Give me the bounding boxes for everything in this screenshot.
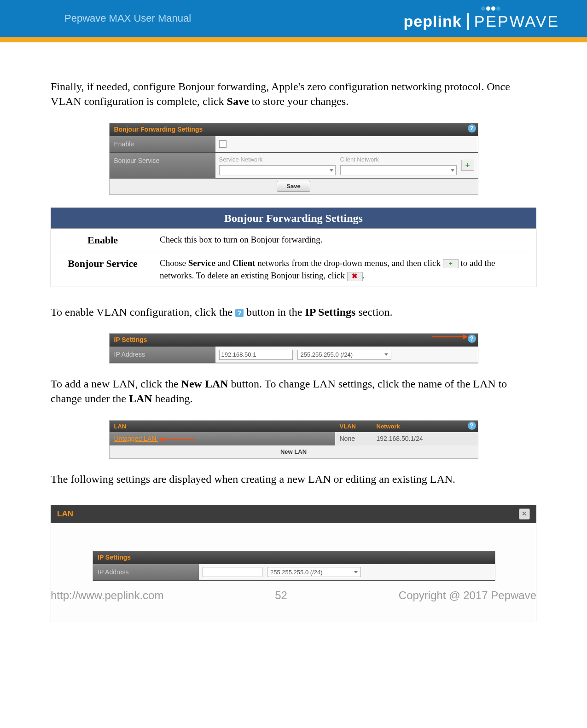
lan-col-header: LAN xyxy=(110,421,335,433)
subnet-mask-select[interactable]: 255.255.255.0 (/24) xyxy=(297,350,391,360)
ip-settings-panel: IP Settings ? IP Address 255.255.255.0 (… xyxy=(109,333,478,364)
lan-edit-ip-input[interactable] xyxy=(203,567,262,577)
lan-name-link[interactable]: Untagged LAN xyxy=(114,435,157,442)
desc-service-desc: Choose Service and Client networks from … xyxy=(154,252,536,287)
orange-bar xyxy=(0,37,587,42)
lan-edit-section: LAN ✕ IP Settings IP Address 255.255.255… xyxy=(51,505,536,622)
help-icon[interactable]: ? xyxy=(468,124,476,133)
lan-edit-mask-value: 255.255.255.0 (/24) xyxy=(270,568,322,577)
footer-url: http://www.peplink.com xyxy=(51,589,163,602)
footer-copyright: Copyright @ 2017 Pepwave xyxy=(399,589,536,602)
top-banner: Pepwave MAX User Manual peplink PEPWAVE xyxy=(0,0,587,37)
lan-row: Untagged LAN None 192.168.50.1/24 xyxy=(110,432,478,445)
ip-address-label: IP Address xyxy=(110,347,215,363)
close-icon[interactable]: ✕ xyxy=(519,508,530,520)
bonjour-desc-table: Bonjour Forwarding Settings Enable Check… xyxy=(51,208,536,287)
chevron-down-icon xyxy=(384,353,388,356)
enable-checkbox[interactable] xyxy=(219,140,227,148)
add-network-button[interactable]: + xyxy=(461,160,474,171)
logo-divider xyxy=(467,13,469,30)
help-icon: ? xyxy=(235,309,244,317)
lan-edit-mask-select[interactable]: 255.255.255.0 (/24) xyxy=(267,567,361,577)
chevron-down-icon xyxy=(354,571,358,573)
desc-enable-desc: Check this box to turn on Bonjour forwar… xyxy=(154,229,536,252)
footer-page: 52 xyxy=(275,589,287,602)
client-network-select[interactable] xyxy=(340,165,457,175)
chevron-down-icon xyxy=(451,169,454,172)
help-icon[interactable]: ? xyxy=(468,422,476,430)
lan-list-panel: LAN VLAN Network ? Untagged LAN None 192… xyxy=(109,420,478,459)
delete-icon: ✖ xyxy=(347,272,363,281)
lan-edit-title: LAN xyxy=(57,509,73,520)
desc-table-header: Bonjour Forwarding Settings xyxy=(51,208,536,228)
after-list-paragraph: The following settings are displayed whe… xyxy=(51,472,536,486)
intro-paragraph: Finally, if needed, configure Bonjour fo… xyxy=(51,79,536,109)
vlan-col-header: VLAN xyxy=(335,421,372,433)
arrow-right-icon xyxy=(432,336,464,337)
brand-peplink: peplink xyxy=(404,12,462,30)
arrow-left-icon xyxy=(163,439,195,440)
lan-edit-ip-title: IP Settings xyxy=(98,554,131,561)
logo-dots-icon xyxy=(481,6,500,11)
lan-edit-ip-panel: IP Settings IP Address 255.255.255.0 (/2… xyxy=(93,551,495,581)
save-button[interactable]: Save xyxy=(277,181,310,192)
ip-address-input[interactable] xyxy=(219,350,293,360)
bonjour-panel-title: Bonjour Forwarding Settings xyxy=(114,126,203,133)
bonjour-service-label: Bonjour Service xyxy=(110,153,215,179)
manual-title: Pepwave MAX User Manual xyxy=(64,12,191,24)
bonjour-settings-panel: Bonjour Forwarding Settings ? Enable Bon… xyxy=(109,123,478,195)
client-network-label: Client Network xyxy=(340,156,457,164)
ip-settings-title: IP Settings xyxy=(114,336,147,343)
service-network-label: Service Network xyxy=(219,156,336,164)
logo: peplink PEPWAVE xyxy=(404,6,559,30)
plus-icon: + xyxy=(443,259,459,268)
new-lan-button[interactable]: New LAN xyxy=(110,445,478,458)
enable-label: Enable xyxy=(110,136,215,152)
desc-enable-name: Enable xyxy=(51,229,155,252)
subnet-mask-value: 255.255.255.0 (/24) xyxy=(301,351,353,359)
vlan-enable-paragraph: To enable VLAN configuration, click the … xyxy=(51,305,536,319)
lan-network-value: 192.168.50.1/24 xyxy=(372,432,455,445)
chevron-down-icon xyxy=(330,169,333,172)
help-icon[interactable]: ? xyxy=(468,335,476,343)
page-footer: http://www.peplink.com 52 Copyright @ 20… xyxy=(51,589,536,602)
lan-edit-ip-label: IP Address xyxy=(93,564,199,580)
service-network-select[interactable] xyxy=(219,165,336,175)
brand-pepwave: PEPWAVE xyxy=(474,12,559,30)
network-col-header: Network xyxy=(372,421,478,433)
desc-service-name: Bonjour Service xyxy=(51,252,155,287)
new-lan-paragraph: To add a new LAN, click the New LAN butt… xyxy=(51,376,536,406)
lan-vlan-value: None xyxy=(335,432,372,445)
